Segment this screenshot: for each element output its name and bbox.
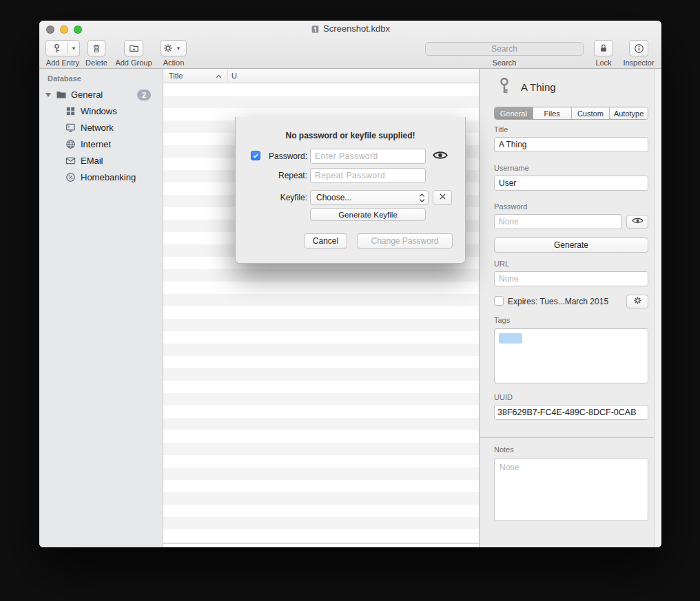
change-password-button[interactable]: Change Password xyxy=(357,233,453,249)
app-window: Screenshot.kdbx ▼ Add Entry Delete xyxy=(39,21,661,547)
dialog-repeat-label: Repeat: xyxy=(262,171,307,180)
inspector-label: Inspector xyxy=(619,59,658,67)
sidebar-item-network[interactable]: Network xyxy=(39,120,163,136)
expires-checkbox[interactable] xyxy=(494,296,504,306)
sidebar-item-label: General xyxy=(71,89,103,100)
dialog-message: No password or keyfile supplied! xyxy=(236,131,465,140)
keyfile-selected-value: Choose... xyxy=(316,193,351,202)
inspector-button[interactable] xyxy=(629,40,648,56)
entry-count-badge: 2 xyxy=(137,89,151,101)
percent-coin-icon xyxy=(65,172,76,183)
sidebar-item-label: Internet xyxy=(81,139,111,149)
sidebar-item-windows[interactable]: Windows xyxy=(39,103,163,120)
tags-box[interactable] xyxy=(494,328,648,383)
password-enabled-checkbox[interactable] xyxy=(251,151,260,160)
dialog-repeat-input[interactable] xyxy=(310,168,426,183)
tab-autotype[interactable]: Autotype xyxy=(610,107,648,119)
chevron-down-icon[interactable]: ▼ xyxy=(68,45,79,52)
lock-label: Lock xyxy=(588,59,619,67)
tag-chip[interactable] xyxy=(499,333,522,344)
chevron-down-icon[interactable]: ▼ xyxy=(173,45,184,52)
delete-button[interactable] xyxy=(88,40,105,56)
cancel-button[interactable]: Cancel xyxy=(304,233,347,249)
disclosure-triangle-icon[interactable] xyxy=(45,93,51,97)
close-x-icon xyxy=(439,193,446,202)
sidebar-item-email[interactable]: EMail xyxy=(39,153,163,169)
username-field[interactable] xyxy=(494,176,648,191)
folder-plus-icon xyxy=(129,43,139,53)
notes-placeholder: None xyxy=(500,463,519,472)
tags-label: Tags xyxy=(494,316,510,324)
add-entry-button[interactable]: ▼ xyxy=(45,40,80,56)
inspector-scrollbar[interactable] xyxy=(654,69,661,547)
search-input[interactable] xyxy=(425,42,584,56)
tab-general[interactable]: General xyxy=(495,107,533,119)
content-area: Database General 2 Windows Network xyxy=(39,69,661,547)
expires-label: Expires: Tues...March 2015 xyxy=(508,297,608,306)
add-group-button[interactable] xyxy=(124,40,143,56)
eye-icon[interactable] xyxy=(433,150,448,163)
sidebar-item-internet[interactable]: Internet xyxy=(39,136,163,153)
url-label: URL xyxy=(494,260,509,268)
window-title-text: Screenshot.kdbx xyxy=(323,23,390,34)
title-label: Title xyxy=(494,125,508,134)
windows-grid-icon xyxy=(65,106,76,117)
trash-icon xyxy=(92,43,101,54)
window-chrome: Screenshot.kdbx ▼ Add Entry Delete xyxy=(39,21,661,69)
lock-icon xyxy=(599,43,608,53)
clear-keyfile-button[interactable] xyxy=(433,190,452,205)
uuid-label: UUID xyxy=(494,393,513,401)
key-icon xyxy=(496,77,513,95)
sidebar-item-label: Homebanking xyxy=(81,172,136,182)
delete-label: Delete xyxy=(79,59,114,67)
check-icon xyxy=(252,149,259,162)
app-document-icon xyxy=(311,25,320,36)
password-label: Password xyxy=(494,202,527,211)
notes-label: Notes xyxy=(494,445,514,454)
titlebar: Screenshot.kdbx xyxy=(39,21,661,38)
sidebar-item-general[interactable]: General 2 xyxy=(39,87,163,103)
terminal-icon xyxy=(65,123,76,134)
lock-button[interactable] xyxy=(594,40,613,56)
column-header-username[interactable]: U xyxy=(231,72,237,80)
sidebar-item-label: EMail xyxy=(81,156,103,166)
envelope-icon xyxy=(65,156,76,167)
sidebar: Database General 2 Windows Network xyxy=(39,69,163,547)
username-label: Username xyxy=(494,164,529,172)
reveal-password-button[interactable] xyxy=(626,215,648,229)
add-group-label: Add Group xyxy=(110,59,158,67)
url-field[interactable] xyxy=(494,271,648,286)
sidebar-item-label: Network xyxy=(81,123,114,133)
action-button[interactable]: ▼ xyxy=(161,40,187,56)
toolbar: ▼ Add Entry Delete Add Group xyxy=(39,38,661,69)
password-field[interactable] xyxy=(494,214,621,229)
key-icon xyxy=(46,43,68,54)
entry-title: A Thing xyxy=(521,81,556,93)
section-divider xyxy=(480,437,661,438)
generate-password-button[interactable]: Generate xyxy=(494,238,648,253)
dialog-password-input[interactable] xyxy=(310,149,426,164)
generate-keyfile-button[interactable]: Generate Keyfile xyxy=(310,208,426,221)
title-field[interactable] xyxy=(494,137,648,152)
change-password-sheet: No password or keyfile supplied! Passwor… xyxy=(235,117,466,264)
sidebar-item-homebanking[interactable]: Homebanking xyxy=(39,169,163,186)
inspector-panel: A Thing General Files Custom Autotype Ti… xyxy=(479,69,661,547)
keyfile-dropdown[interactable]: Choose... xyxy=(310,190,429,205)
folder-icon xyxy=(56,89,67,101)
gear-icon xyxy=(163,43,173,53)
action-label: Action xyxy=(159,59,188,67)
column-header-title[interactable]: Title xyxy=(169,72,183,80)
uuid-field[interactable] xyxy=(494,405,648,420)
sort-ascending-icon xyxy=(216,72,222,81)
sidebar-header: Database xyxy=(48,74,81,83)
notes-field[interactable]: None xyxy=(494,458,648,521)
stepper-icon xyxy=(419,193,425,205)
info-icon xyxy=(634,43,644,54)
eye-icon xyxy=(632,217,644,226)
dialog-password-label: Password: xyxy=(262,151,307,161)
tab-files[interactable]: Files xyxy=(533,107,572,119)
tab-custom[interactable]: Custom xyxy=(572,107,610,119)
dialog-keyfile-label: Keyfile: xyxy=(262,193,307,202)
expires-settings-button[interactable] xyxy=(626,295,648,308)
column-divider[interactable] xyxy=(227,70,228,81)
